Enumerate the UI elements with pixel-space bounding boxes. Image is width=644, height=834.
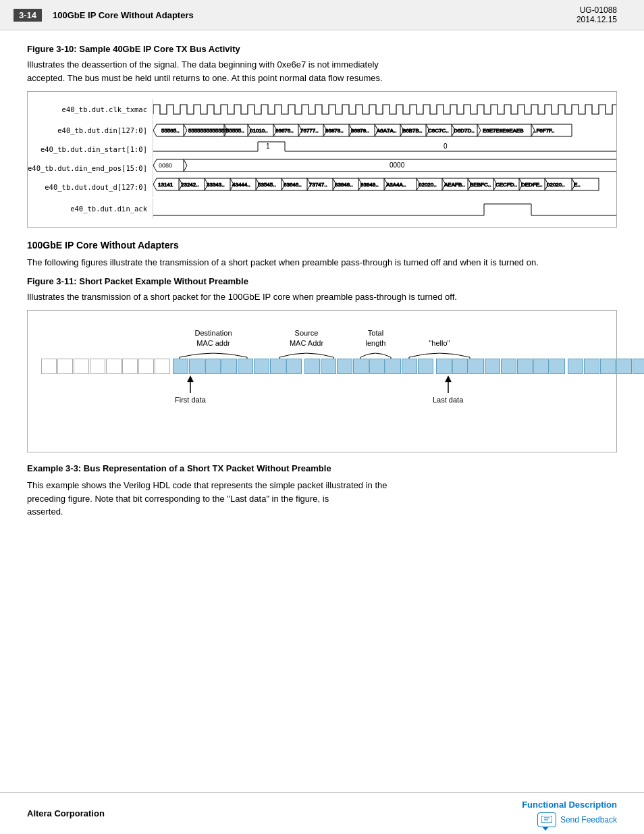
block bbox=[254, 359, 269, 374]
block bbox=[633, 359, 644, 374]
svg-text:AEAFB..: AEAFB.. bbox=[444, 182, 465, 188]
main-content: Figure 3-10: Sample 40GbE IP Core TX Bus… bbox=[0, 30, 644, 539]
total-length-label: Totallength bbox=[366, 328, 386, 348]
svg-text:D6D7D..: D6D7D.. bbox=[454, 128, 475, 134]
svg-rect-90 bbox=[541, 816, 552, 823]
send-feedback[interactable]: Send Feedback bbox=[537, 812, 617, 827]
svg-text:DEDFE..: DEDFE.. bbox=[521, 182, 543, 188]
section-100gbe-desc: The following figures illustrate the tra… bbox=[27, 256, 617, 269]
block bbox=[418, 359, 433, 374]
block bbox=[616, 359, 632, 374]
block-group-4 bbox=[436, 359, 565, 374]
footer-company: Altera Corporation bbox=[27, 808, 105, 818]
svg-text:96979..: 96979.. bbox=[351, 128, 369, 134]
svg-text:13141: 13141 bbox=[158, 182, 173, 188]
block bbox=[90, 359, 105, 374]
svg-text:43444..: 43444.. bbox=[232, 182, 250, 188]
block bbox=[321, 359, 336, 374]
block-group-5 bbox=[568, 359, 644, 374]
svg-text:53545..: 53545.. bbox=[258, 182, 276, 188]
src-mac-label-group: SourceMAC Addr bbox=[276, 328, 337, 359]
din-svg: 55565.. 5555555555555 55555.. 01010.. 66… bbox=[153, 123, 616, 138]
svg-text:C6C7C..: C6C7C.. bbox=[428, 128, 449, 134]
din-end-svg: 0080 0000 bbox=[153, 158, 616, 173]
svg-text:86878..: 86878.. bbox=[325, 128, 344, 134]
block bbox=[452, 359, 468, 374]
doc-date: 2014.12.15 bbox=[576, 15, 617, 24]
svg-text:B6B7B..: B6B7B.. bbox=[402, 128, 422, 134]
block-group-2 bbox=[173, 359, 302, 374]
total-length-label-group: Totallength bbox=[357, 328, 394, 359]
dest-mac-label: DestinationMAC addr bbox=[194, 328, 232, 348]
svg-text:CECFD..: CECFD.. bbox=[495, 182, 517, 188]
block bbox=[270, 359, 286, 374]
svg-text:23242..: 23242.. bbox=[181, 182, 199, 188]
din-end-row: e40_tb.dut.din_end_pos[15:0] 0080 0000 bbox=[28, 159, 616, 177]
din-start-svg: 1 0 bbox=[153, 139, 616, 154]
din-ack-svg bbox=[153, 199, 616, 219]
svg-text:0: 0 bbox=[444, 142, 448, 150]
block bbox=[155, 359, 170, 374]
dout-row: e40_tb.dut.dout_d[127:0] 13141 23242.. 3… bbox=[28, 178, 616, 196]
block bbox=[549, 359, 565, 374]
svg-text:66676..: 66676.. bbox=[275, 128, 294, 134]
block bbox=[238, 359, 253, 374]
din-ack-row: e40_tb.dut.din_ack bbox=[28, 197, 616, 220]
hello-label-group: "hello" bbox=[406, 338, 473, 359]
svg-text:93949..: 93949.. bbox=[360, 182, 379, 188]
din-ack-signal bbox=[153, 199, 616, 219]
din-start-label: e40_tb.dut.din_start[1:0] bbox=[28, 145, 153, 153]
din-ack-label: e40_tb.dut.din_ack bbox=[28, 205, 153, 213]
block bbox=[106, 359, 122, 374]
svg-text:1: 1 bbox=[266, 142, 270, 150]
svg-text:02020..: 02020.. bbox=[547, 182, 565, 188]
svg-text:E..: E.. bbox=[574, 182, 581, 188]
packet-blocks bbox=[41, 359, 603, 374]
dest-mac-label-group: DestinationMAC addr bbox=[176, 328, 250, 359]
din-start-row: e40_tb.dut.din_start[1:0] 1 0 bbox=[28, 140, 616, 158]
header-left: 3-14 100GbE IP Core Without Adapters bbox=[14, 9, 194, 22]
figure-3-10-desc: Illustrates the deassertion of the signa… bbox=[27, 58, 617, 84]
svg-marker-87 bbox=[187, 375, 194, 382]
section-100gbe-heading: 100GbE IP Core Without Adapters bbox=[27, 240, 617, 251]
block bbox=[385, 359, 401, 374]
src-mac-arc bbox=[276, 348, 337, 359]
block-group-1 bbox=[41, 359, 170, 374]
block-group-3 bbox=[304, 359, 433, 374]
svg-text:0080: 0080 bbox=[159, 162, 172, 169]
svg-text:A6A7A..: A6A7A.. bbox=[377, 128, 396, 134]
src-mac-label: SourceMAC Addr bbox=[290, 328, 323, 348]
dout-label: e40_tb.dut.dout_d[127:0] bbox=[28, 183, 153, 191]
doc-id: UG-01088 bbox=[576, 5, 617, 15]
svg-marker-89 bbox=[445, 375, 452, 382]
din-row: e40_tb.dut.din[127:0] 55565.. 5555555555… bbox=[28, 122, 616, 139]
block bbox=[468, 359, 484, 374]
din-signal: 55565.. 5555555555555 55555.. 01010.. 66… bbox=[153, 120, 616, 140]
svg-text:..F6F7F..: ..F6F7F.. bbox=[533, 128, 555, 134]
svg-text:0000: 0000 bbox=[390, 161, 405, 169]
total-length-arc bbox=[357, 348, 394, 359]
packet-arrow-labels: First data Last data bbox=[41, 374, 603, 405]
dout-signal: 13141 23242.. 33343.. 43444.. 53545.. 63… bbox=[153, 177, 616, 197]
example-3-3-title: Example 3-3: Bus Representation of a Sho… bbox=[27, 463, 617, 473]
svg-text:5555555555555: 5555555555555 bbox=[188, 128, 227, 134]
feedback-icon bbox=[537, 812, 556, 827]
block bbox=[221, 359, 237, 374]
block bbox=[600, 359, 616, 374]
last-data-label: Last data bbox=[433, 396, 463, 404]
block bbox=[485, 359, 500, 374]
svg-text:63646..: 63646.. bbox=[284, 182, 302, 188]
page-header: 3-14 100GbE IP Core Without Adapters UG-… bbox=[0, 0, 644, 30]
svg-text:76777..: 76777.. bbox=[300, 128, 319, 134]
functional-description-link[interactable]: Functional Description bbox=[522, 800, 617, 810]
block bbox=[584, 359, 599, 374]
last-data-arrow: Last data bbox=[433, 374, 463, 404]
dest-mac-arc bbox=[176, 348, 250, 359]
clk-signal bbox=[153, 99, 616, 120]
svg-text:33343..: 33343.. bbox=[207, 182, 225, 188]
svg-text:02020..: 02020.. bbox=[419, 182, 437, 188]
svg-text:BEBFC..: BEBFC.. bbox=[470, 182, 491, 188]
packet-diagram: DestinationMAC addr SourceMAC Addr bbox=[27, 310, 617, 452]
din-end-signal: 0080 0000 bbox=[153, 158, 616, 178]
clk-label: e40_tb.dut.clk_txmac bbox=[28, 105, 153, 113]
